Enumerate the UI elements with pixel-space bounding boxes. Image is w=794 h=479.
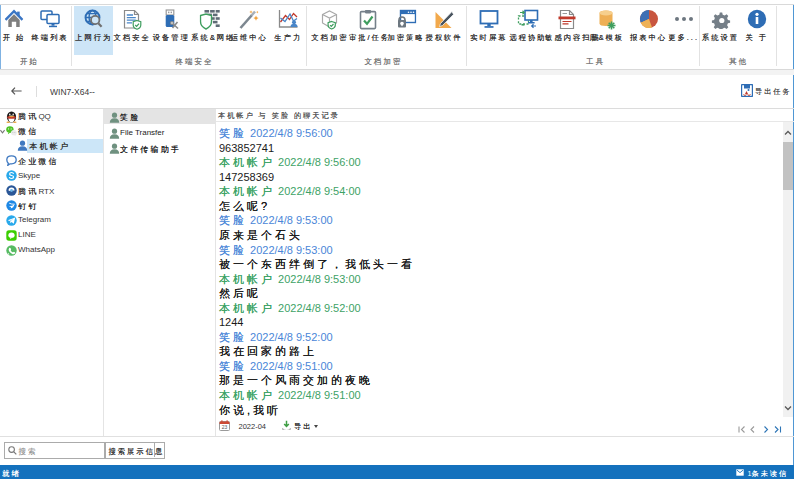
svg-text:23: 23 [222, 424, 228, 430]
